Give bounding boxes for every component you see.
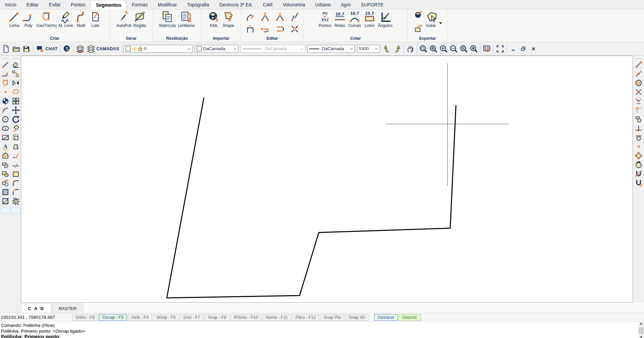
tab-raster[interactable]: RASTER [52, 304, 84, 313]
cap-segment-icon[interactable] [246, 24, 255, 34]
toggle-nome[interactable]: Nome - F11 [262, 314, 291, 321]
minimize-window-button[interactable] [508, 44, 518, 54]
menu-tab-modificar[interactable]: Modificar [153, 0, 182, 9]
snap-perpendicular-tool[interactable] [634, 124, 643, 133]
toggle-rtexto[interactable]: RTexto - F10 [231, 314, 261, 321]
edit-segment-pencil-icon[interactable] [246, 12, 255, 22]
layer-select[interactable]: 0 [124, 45, 193, 53]
move-tool[interactable] [11, 105, 20, 115]
ribbon-button-kml[interactable]: KML [207, 10, 221, 28]
menu-tab-geoincra[interactable]: GeoIncra 3ª Ed. [214, 0, 258, 9]
ribbon-button-regiao[interactable]: Região [132, 10, 147, 28]
break-tool[interactable] [11, 160, 20, 169]
export-kmz-globe-icon[interactable] [414, 10, 423, 19]
rotate-tool[interactable] [11, 115, 20, 124]
export-shape-box-icon[interactable] [414, 24, 423, 33]
revision-cloud-tool[interactable] [11, 87, 20, 96]
ribbon-button-lermemo[interactable]: LerMemo [177, 10, 196, 28]
menu-tab-volumetria[interactable]: Volumetria [278, 0, 310, 9]
ribbon-button-multi[interactable]: Multi [74, 10, 88, 28]
new-file-button[interactable] [1, 44, 11, 54]
shape-circle-tool-1[interactable] [1, 160, 10, 169]
zoom-object-button[interactable] [459, 44, 469, 54]
explode-tool[interactable] [11, 196, 20, 206]
snap-on-tool[interactable] [634, 178, 643, 187]
toolbar-grip[interactable] [13, 57, 19, 59]
ribbon-button-geotrecho[interactable]: GeoTrecho [35, 10, 58, 28]
pan-button[interactable] [405, 44, 415, 54]
rotate-reference-tool[interactable] [11, 124, 20, 133]
draw-circle-tool[interactable] [1, 115, 10, 124]
draw-rectangle-tool[interactable] [1, 133, 10, 142]
toggle-filtro[interactable]: Filtro - F12 [292, 314, 319, 321]
command-scrollbar[interactable] [638, 322, 644, 338]
undo-button[interactable] [382, 44, 392, 54]
draw-ellipse-tool[interactable] [1, 124, 10, 133]
scroll-up-icon[interactable] [640, 322, 643, 325]
menu-tab-topografia[interactable]: Topografia [182, 0, 214, 9]
toggle-atrib[interactable]: Atrib - F4 [128, 314, 152, 321]
help-button[interactable]: ? [62, 44, 72, 54]
command-line-panel[interactable]: Comando: Polilinha (Pline) Polilinha: Pr… [0, 322, 644, 338]
toolbar-grip[interactable] [2, 57, 8, 59]
table-check-button[interactable] [482, 44, 492, 54]
snap-off-tool[interactable] [634, 169, 643, 178]
fullscreen-button[interactable] [495, 44, 505, 54]
ribbon-button-cotar-angulos[interactable]: Ângulos [377, 10, 393, 28]
linetype-select[interactable]: DaCamada [240, 45, 305, 53]
intersection-cross-icon[interactable] [290, 24, 299, 34]
snap-point-tool[interactable] [634, 142, 643, 151]
ribbon-button-poly[interactable]: Poly [21, 10, 35, 28]
redo-button[interactable] [392, 44, 402, 54]
ribbon-button-cotar-curvas[interactable]: 10.7 Curvas [347, 10, 362, 28]
menu-tab-agro[interactable]: Agro [336, 0, 356, 9]
join-segment-icon[interactable] [260, 24, 270, 34]
zoom-out-button[interactable] [449, 44, 459, 54]
draw-arc-tool[interactable] [1, 69, 10, 78]
snap-tangent-tool[interactable] [634, 133, 643, 142]
lengthen-tool[interactable] [11, 151, 20, 160]
menu-tab-exibir[interactable]: Exibir [44, 0, 66, 9]
trim-tool[interactable] [11, 60, 20, 69]
zoom-window-button[interactable] [418, 44, 428, 54]
draw-target-point-tool[interactable] [1, 96, 10, 105]
scrollbar-thumb[interactable] [639, 328, 643, 334]
add-vertex-icon[interactable] [260, 12, 270, 22]
menu-tab-editar[interactable]: Editar [21, 0, 44, 9]
ribbon-button-cotar-pontos[interactable]: PV XYZ Pontos [318, 10, 332, 28]
ribbon-button-mlivre[interactable]: M. Livre [58, 10, 74, 28]
reverse-direction-icon[interactable] [275, 24, 285, 34]
toggle-ortho[interactable]: Ortho - F8 [72, 314, 98, 321]
command-prompt-line[interactable]: Polilinha: Primeiro ponto: [1, 334, 637, 338]
drawing-canvas[interactable] [21, 56, 633, 303]
ribbon-button-isolar[interactable]: Isolar [424, 10, 439, 28]
color-select[interactable]: DaCamada [195, 45, 238, 53]
snap-endpoint-tool[interactable] [634, 60, 643, 69]
array-tool[interactable] [11, 96, 20, 105]
toggle-destacar[interactable]: Destacar [374, 314, 398, 321]
snap-apparent-intersection-tool[interactable] [634, 96, 643, 105]
draw-curve-tool[interactable] [1, 105, 10, 115]
lineweight-select[interactable]: DaCamada [307, 45, 355, 53]
toggle-snap-3d[interactable]: Snap 3D [345, 314, 368, 321]
toolbar-grip[interactable] [636, 57, 642, 59]
restore-window-button[interactable] [518, 44, 528, 54]
toggle-snap-pto[interactable]: Snap Pto [320, 314, 344, 321]
snap-node-tool[interactable] [634, 105, 643, 115]
menu-tab-suporte[interactable]: SUPORTE [356, 0, 388, 9]
solid-fill-tool[interactable] [1, 196, 10, 206]
chat-button[interactable]: CHAT [34, 44, 59, 54]
shape-arrow-circle-tool[interactable] [1, 178, 10, 187]
remove-vertex-icon[interactable] [275, 12, 285, 22]
isolar-dropdown-arrow[interactable] [439, 22, 442, 24]
draw-line-tool[interactable] [1, 60, 10, 69]
zoom-extents-button[interactable] [469, 44, 479, 54]
toggle-grid[interactable]: Grid - F7 [180, 314, 203, 321]
snap-midpoint-tool[interactable] [634, 69, 643, 78]
ribbon-button-shape[interactable]: Shape [221, 10, 235, 28]
note-tool[interactable] [11, 169, 20, 178]
snap-intersection-tool[interactable] [634, 87, 643, 96]
ribbon-button-matricula[interactable]: Matrícula [158, 10, 176, 28]
layers-button[interactable] [75, 44, 85, 54]
hatch-tool[interactable] [1, 187, 10, 196]
